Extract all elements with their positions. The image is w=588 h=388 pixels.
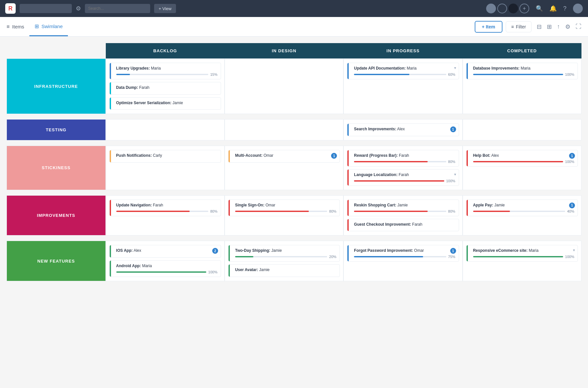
card-title: User Avatar: Jamie [232,267,336,273]
fullscreen-icon[interactable]: ⛶ [576,23,581,30]
global-search-input[interactable] [85,4,150,13]
swimlane-view-button[interactable]: ⊞ Swimlane [29,17,68,36]
progress-bar-fill [235,256,253,257]
tool-icons: ⊟ ⊞ ↑ ⚙ ⛶ [537,23,581,30]
add-item-button[interactable]: + Item [475,21,502,33]
items-view-button[interactable]: ≡ Items [7,21,29,32]
task-card[interactable]: Language Localization: Farah100%▾ [347,169,459,186]
gear-icon[interactable]: ⚙ [76,5,81,12]
progress-bar-bg [473,256,563,257]
task-card[interactable]: Reskin Shopping Cart: Jamie80% [347,200,459,216]
col-header-backlog: BACKLOG [106,43,225,58]
progress-container: 80% [351,160,455,164]
help-icon[interactable]: ? [563,5,566,12]
progress-container: 80% [113,209,217,213]
task-card[interactable]: Two-Day Shipping: Jamie20% [228,245,340,262]
progress-bar-bg [116,211,208,212]
separator-row [7,190,581,195]
task-card[interactable]: Update Navigation: Farah80% [109,200,221,216]
progress-bar-fill [354,180,444,182]
progress-bar-fill [473,161,563,162]
card-title: Two-Day Shipping: Jamie [232,248,336,253]
dropdown-icon[interactable]: ▾ [454,172,456,177]
dropdown-icon[interactable]: ▾ [573,248,575,252]
cell-new_features-backlog: IOS App: Alex2Android App: Maria100% [106,241,225,281]
card-title: Help Bot: Alex [470,153,574,158]
progress-container: 100% [351,179,455,183]
cell-testing-completed [463,119,581,140]
card-left-bar [110,245,111,257]
dropdown-icon[interactable]: ▾ [454,66,456,70]
cell-infrastructure-in_design [225,58,343,114]
card-left-bar [467,150,468,166]
task-card[interactable]: Library Upgrades: Maria15% [109,63,221,79]
task-card[interactable]: Push Notifications: Carly [109,150,221,163]
col-header-in-progress: IN PROGRESS [343,43,462,58]
row-label-infrastructure: INFRASTRUCTURE [7,58,106,114]
cell-infrastructure-completed: Database Improvements: Maria100% [463,58,581,114]
card-badge: 1 [450,248,456,254]
card-left-bar [110,98,111,110]
progress-percent: 80% [329,209,336,213]
card-title: Library Upgrades: Maria [113,66,217,71]
progress-percent: 80% [210,209,217,213]
task-card[interactable]: Search Improvements: Alex1 [347,123,459,136]
card-badge: 1 [569,202,575,208]
card-left-bar [229,200,230,216]
progress-percent: 60% [448,73,455,76]
col-header-in-design: IN DESIGN [225,43,343,58]
card-title: Guest Checkout Improvement: Farah [351,222,455,227]
task-card[interactable]: Data Dump: Farah [109,82,221,95]
cell-improvements-completed: Apple Pay: Jamie40%1 [463,195,581,236]
task-card[interactable]: Update API Documentation: Maria60%▾ [347,63,459,79]
progress-bar-fill [354,161,428,162]
task-card[interactable]: Multi-Account: Omar1 [228,150,340,163]
swimlane-row: INFRASTRUCTURELibrary Upgrades: Maria15%… [7,58,581,114]
progress-container: 75% [351,255,455,259]
progress-bar-fill [473,211,510,212]
progress-container: 80% [232,209,336,213]
task-card[interactable]: Database Improvements: Maria100% [466,63,578,79]
separator-row [7,114,581,119]
avatar-3[interactable] [508,4,518,13]
app-logo[interactable]: R [5,3,16,14]
task-card[interactable]: Help Bot: Alex100%1 [466,150,578,167]
card-left-bar [347,124,349,136]
task-card[interactable]: Apple Pay: Jamie40%1 [466,200,578,216]
columns-icon[interactable]: ⊞ [547,23,552,30]
progress-bar-bg [473,74,563,75]
card-left-bar [347,200,349,216]
task-card[interactable]: Reward (Progress Bar): Farah80% [347,150,459,167]
view-button[interactable]: + View [154,4,176,13]
progress-bar-bg [116,271,206,273]
task-card[interactable]: User Avatar: Jamie [228,264,340,277]
progress-bar-fill [116,74,130,75]
add-avatar-button[interactable]: + [519,4,529,13]
cell-infrastructure-backlog: Library Upgrades: Maria15%Data Dump: Far… [106,58,225,114]
row-label-testing: TESTING [7,119,106,140]
task-card[interactable]: Optimize Server Serialization: Jamie [109,97,221,110]
avatar-2[interactable] [497,4,507,13]
avatar-1[interactable] [486,4,496,13]
task-card[interactable]: Single Sign-On: Omar80% [228,200,340,216]
task-card[interactable]: IOS App: Alex2 [109,245,221,258]
card-left-bar [110,261,111,277]
filter-button[interactable]: ≡ Filter [506,21,532,32]
user-avatar[interactable] [573,4,583,13]
export-icon[interactable]: ↑ [557,23,560,30]
task-card[interactable]: Forgot Password Improvement: Omar75%1 [347,245,459,262]
table-icon[interactable]: ⊟ [537,23,542,30]
cell-new_features-in_progress: Forgot Password Improvement: Omar75%1 [343,241,462,281]
toolbar: ≡ Items ⊞ Swimlane + Item ≡ Filter ⊟ ⊞ ↑… [0,17,588,37]
cell-stickiness-completed: Help Bot: Alex100%1 [463,146,581,190]
task-card[interactable]: Responsive eCommerce site: Maria100%▾ [466,245,578,262]
progress-percent: 80% [448,160,455,164]
notification-icon[interactable]: 🔔 [549,5,557,12]
nav-search-input[interactable] [20,4,72,13]
card-title: Update API Documentation: Maria [351,66,455,71]
search-icon[interactable]: 🔍 [536,5,543,12]
card-left-bar [467,63,468,79]
task-card[interactable]: Android App: Maria100% [109,260,221,277]
task-card[interactable]: Guest Checkout Improvement: Farah [347,219,459,232]
settings-icon[interactable]: ⚙ [565,23,570,30]
